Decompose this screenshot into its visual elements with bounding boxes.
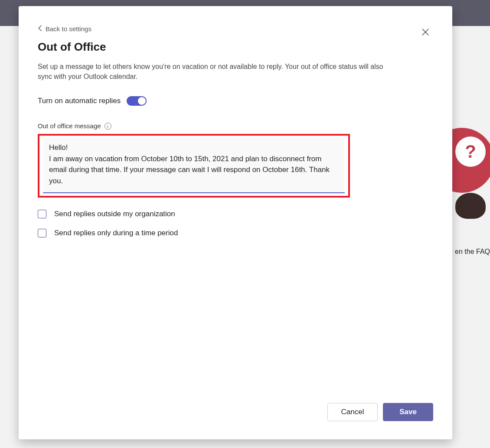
send-outside-org-label: Send replies outside my organization: [54, 210, 175, 218]
faq-link-partial: en the FAQ: [455, 248, 490, 256]
send-during-period-checkbox[interactable]: [38, 229, 46, 237]
page-description: Set up a message to let others know you'…: [38, 62, 393, 81]
out-of-office-dialog: Back to settings Out of Office Set up a …: [19, 6, 452, 439]
out-of-office-message-input[interactable]: Hello!I am away on vacation from October…: [43, 137, 345, 193]
message-field-label: Out of office message: [38, 122, 101, 130]
send-outside-org-checkbox[interactable]: [38, 210, 46, 218]
save-button[interactable]: Save: [383, 403, 433, 421]
auto-replies-toggle[interactable]: [127, 96, 147, 106]
close-button[interactable]: [418, 26, 432, 40]
toggle-knob: [138, 97, 146, 105]
close-icon: [421, 28, 429, 38]
chevron-left-icon: [38, 25, 42, 32]
page-title: Out of Office: [38, 40, 433, 54]
cancel-button[interactable]: Cancel: [327, 403, 378, 421]
back-link-label: Back to settings: [46, 25, 91, 32]
annotation-highlight: Hello!I am away on vacation from October…: [38, 134, 350, 198]
send-during-period-label: Send replies only during a time period: [54, 229, 178, 237]
auto-replies-toggle-label: Turn on automatic replies: [38, 97, 121, 105]
back-to-settings-link[interactable]: Back to settings: [38, 25, 91, 32]
info-icon[interactable]: i: [105, 123, 111, 130]
dialog-footer: Cancel Save: [38, 403, 433, 426]
